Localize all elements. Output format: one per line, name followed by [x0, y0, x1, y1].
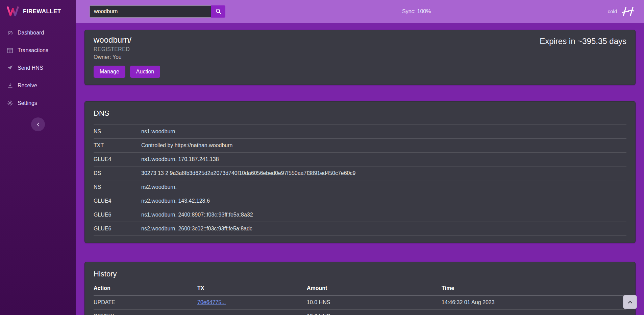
- table-icon: [7, 48, 13, 53]
- brand-name: FIREWALLET: [23, 8, 61, 15]
- search-group: [90, 5, 225, 18]
- domain-owner: Owner: You: [94, 54, 626, 60]
- dns-record-type: GLUE6: [94, 222, 141, 236]
- dns-record-row: TXT Controlled by https://nathan.woodbur…: [94, 139, 626, 153]
- history-amount: 10.0 HNS: [307, 310, 442, 315]
- history-header-action: Action: [94, 282, 197, 296]
- dns-record-type: GLUE6: [94, 208, 141, 222]
- dns-record-type: NS: [94, 180, 141, 194]
- sidebar-item-label: Settings: [18, 100, 37, 106]
- gear-icon: [7, 100, 13, 106]
- wallet-mode-label: cold: [608, 8, 617, 14]
- sidebar-item-dashboard[interactable]: Dashboard: [0, 24, 76, 42]
- dns-record-value: 30273 13 2 9a3a8fb3d625d2a2073d740f10da6…: [141, 166, 626, 180]
- sidebar-item-settings[interactable]: Settings: [0, 94, 76, 112]
- history-action: RENEW: [94, 310, 197, 315]
- main-content: woodburn/ REGISTERED Owner: You Expires …: [76, 23, 644, 315]
- dns-record-type: NS: [94, 125, 141, 139]
- receive-icon: [7, 83, 13, 88]
- dns-card-title: DNS: [94, 109, 626, 118]
- history-row: UPDATE 70e64775... 10.0 HNS 14:46:32 01 …: [94, 296, 626, 310]
- history-card: History Action TX Amount Time UPDATE 70e…: [84, 262, 636, 315]
- tx-link[interactable]: …: [197, 313, 203, 315]
- dns-record-value: ns1.woodburn. 2400:8907::f03c:93ff:fe5a:…: [141, 208, 626, 222]
- dns-record-value: ns1.woodburn.: [141, 125, 626, 139]
- dns-record-value: ns2.woodburn. 2600:3c02::f03c:93ff:fe5a:…: [141, 222, 626, 236]
- history-card-title: History: [94, 270, 626, 278]
- history-time: …: [442, 310, 626, 315]
- sidebar-item-label: Transactions: [18, 47, 48, 53]
- sidebar-item-label: Send HNS: [18, 65, 43, 71]
- dns-record-row: NS ns2.woodburn.: [94, 180, 626, 194]
- history-header-tx: TX: [197, 282, 307, 296]
- history-time: 14:46:32 01 Aug 2023: [442, 296, 626, 310]
- gauge-icon: [7, 30, 13, 36]
- topbar-right: cold: [608, 6, 635, 17]
- sidebar-item-receive[interactable]: Receive: [0, 77, 76, 94]
- manage-button[interactable]: Manage: [94, 66, 125, 78]
- dns-record-row: GLUE6 ns2.woodburn. 2600:3c02::f03c:93ff…: [94, 222, 626, 236]
- auction-button[interactable]: Auction: [130, 66, 160, 78]
- history-header-row: Action TX Amount Time: [94, 282, 626, 296]
- history-table: Action TX Amount Time UPDATE 70e64775...…: [94, 282, 626, 315]
- history-header-amount: Amount: [307, 282, 442, 296]
- firewallet-logo-icon: [7, 6, 19, 17]
- handshake-logo-icon[interactable]: [621, 6, 635, 17]
- send-icon: [7, 65, 13, 71]
- dns-record-type: DS: [94, 166, 141, 180]
- search-button[interactable]: [211, 5, 225, 18]
- topbar: Sync: 100% cold: [76, 0, 644, 23]
- brand[interactable]: FIREWALLET: [0, 0, 76, 23]
- search-icon: [216, 8, 221, 14]
- dns-record-row: GLUE4 ns1.woodburn. 170.187.241.138: [94, 153, 626, 166]
- chevron-up-icon: [627, 299, 633, 305]
- tx-link[interactable]: 70e64775...: [197, 299, 226, 305]
- sidebar: FIREWALLET Dashboard Transactions: [0, 0, 76, 315]
- history-amount: 10.0 HNS: [307, 296, 442, 310]
- dns-card: DNS NS ns1.woodburn. TXT Controlled by h…: [84, 101, 636, 243]
- domain-expiry: Expires in ~395.35 days: [540, 37, 626, 46]
- dns-record-value: Controlled by https://nathan.woodburn: [141, 139, 626, 153]
- dns-table: NS ns1.woodburn. TXT Controlled by https…: [94, 125, 626, 236]
- dns-record-value: ns2.woodburn.: [141, 180, 626, 194]
- dns-record-row: DS 30273 13 2 9a3a8fb3d625d2a2073d740f10…: [94, 166, 626, 180]
- domain-actions: Manage Auction: [94, 66, 626, 78]
- sidebar-collapse-button[interactable]: [31, 117, 45, 131]
- dns-record-row: GLUE4 ns2.woodburn. 143.42.128.6: [94, 194, 626, 208]
- dns-record-value: ns2.woodburn. 143.42.128.6: [141, 194, 626, 208]
- sidebar-item-send-hns[interactable]: Send HNS: [0, 59, 76, 77]
- sidebar-nav: Dashboard Transactions Send HNS: [0, 23, 76, 112]
- scroll-to-top-button[interactable]: [623, 295, 637, 309]
- sidebar-item-label: Dashboard: [18, 30, 44, 36]
- dns-record-type: TXT: [94, 139, 141, 153]
- dns-record-row: GLUE6 ns1.woodburn. 2400:8907::f03c:93ff…: [94, 208, 626, 222]
- search-input[interactable]: [90, 5, 211, 18]
- dns-record-type: GLUE4: [94, 153, 141, 166]
- sidebar-item-transactions[interactable]: Transactions: [0, 42, 76, 59]
- dns-record-type: GLUE4: [94, 194, 141, 208]
- domain-status: REGISTERED: [94, 46, 626, 52]
- history-action: UPDATE: [94, 296, 197, 310]
- domain-card: woodburn/ REGISTERED Owner: You Expires …: [84, 30, 636, 85]
- sync-status: Sync: 100%: [225, 8, 608, 15]
- dns-record-row: NS ns1.woodburn.: [94, 125, 626, 139]
- chevron-left-icon: [36, 122, 41, 127]
- history-row: RENEW … 10.0 HNS …: [94, 310, 626, 315]
- history-header-time: Time: [442, 282, 626, 296]
- dns-record-value: ns1.woodburn. 170.187.241.138: [141, 153, 626, 166]
- sidebar-item-label: Receive: [18, 83, 37, 89]
